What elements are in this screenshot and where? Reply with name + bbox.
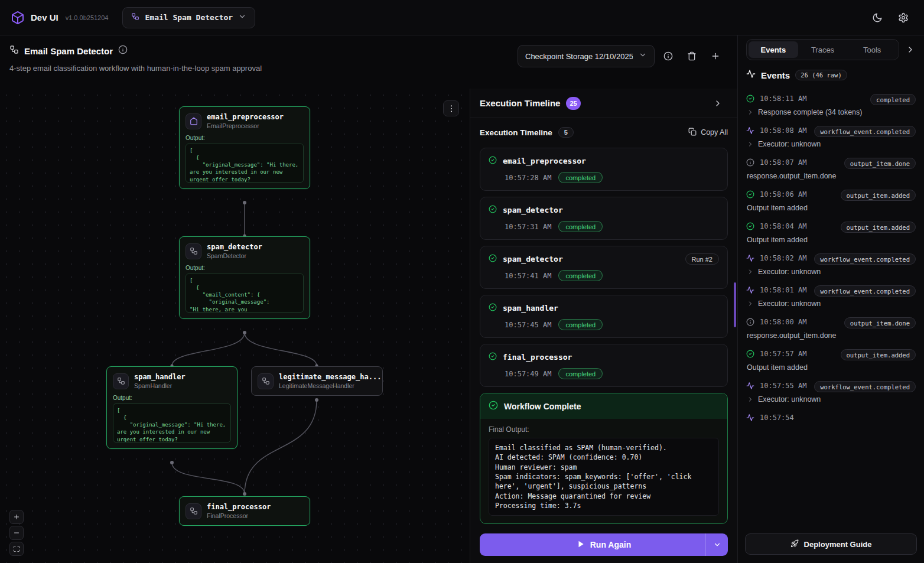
chevron-right-icon[interactable] xyxy=(747,300,754,307)
workflow-icon xyxy=(131,12,139,23)
chevron-right-icon[interactable] xyxy=(747,396,754,403)
event-item[interactable]: 10:58:11 AM completed Response complete … xyxy=(746,90,916,122)
checkpoint-info-button[interactable] xyxy=(658,46,678,66)
event-item[interactable]: 10:58:06 AM output_item.added Output ite… xyxy=(746,186,916,217)
fit-view-button[interactable] xyxy=(9,542,24,556)
event-detail: Output item added xyxy=(747,236,808,244)
run-options-toggle[interactable] xyxy=(705,533,728,556)
timeline-item-name: spam_detector xyxy=(503,206,563,214)
timeline-total-badge: 25 xyxy=(566,97,580,110)
tab-events[interactable]: Events xyxy=(749,41,798,58)
info-icon[interactable] xyxy=(118,45,128,57)
tab-tools[interactable]: Tools xyxy=(847,41,897,58)
node-spam-handler[interactable]: spam_handler SpamHandler Output: [ { "or… xyxy=(106,366,237,449)
timeline-item-time: 10:57:28 AM xyxy=(505,174,551,182)
status-badge: completed xyxy=(558,270,603,281)
run-number-badge: Run #2 xyxy=(685,253,719,265)
event-item[interactable]: 10:58:07 AM output_item.done response.ou… xyxy=(746,154,916,186)
event-time: 10:57:57 AM xyxy=(760,349,806,359)
timeline-item[interactable]: spam_detector 10:57:31 AM completed xyxy=(480,197,728,240)
events-panel: Events Traces Tools Events 26 (46 raw) xyxy=(737,35,924,563)
info-circle-icon xyxy=(746,158,755,169)
zoom-in-button[interactable] xyxy=(9,510,24,524)
node-title: legitimate_message_ha... xyxy=(279,373,381,381)
node-title: spam_detector xyxy=(207,243,262,251)
delete-checkpoint-button[interactable] xyxy=(682,46,702,66)
timeline-item-time: 10:57:49 AM xyxy=(505,370,551,378)
chevron-down-icon xyxy=(238,12,246,23)
event-detail: Executor: unknown xyxy=(758,300,821,308)
event-time: 10:58:01 AM xyxy=(760,285,806,295)
tab-traces[interactable]: Traces xyxy=(798,41,848,58)
timeline-item[interactable]: spam_handler 10:57:45 AM completed xyxy=(480,295,728,338)
event-type-badge: workflow_event.completed xyxy=(814,381,916,392)
collapse-panel-button[interactable] xyxy=(903,40,918,60)
gear-icon xyxy=(898,12,909,23)
event-item[interactable]: 10:58:00 AM output_item.done response.ou… xyxy=(746,313,916,345)
copy-all-button[interactable]: Copy All xyxy=(688,128,728,138)
event-time: 10:58:06 AM xyxy=(760,190,806,199)
chevron-right-icon[interactable] xyxy=(747,141,754,148)
node-final-processor[interactable]: final_processor FinalProcessor xyxy=(179,496,310,526)
run-again-button[interactable]: Run Again xyxy=(480,533,728,556)
page-title: Email Spam Detector xyxy=(24,46,113,56)
event-detail: Response complete (34 tokens) xyxy=(758,108,862,116)
event-time: 10:58:11 AM xyxy=(760,94,806,103)
event-time: 10:58:02 AM xyxy=(760,253,806,263)
node-email-preprocessor[interactable]: email_preprocessor EmailPreprocessor Out… xyxy=(179,106,310,189)
node-spam-detector[interactable]: spam_detector SpamDetector Output: [ { "… xyxy=(179,236,310,319)
event-time: 10:58:00 AM xyxy=(760,317,806,327)
check-circle-icon xyxy=(489,205,497,216)
new-checkpoint-button[interactable] xyxy=(705,46,725,66)
final-output-label: Final Output: xyxy=(489,425,719,434)
event-item[interactable]: 10:58:02 AM workflow_event.completed Exe… xyxy=(746,249,916,281)
chevron-right-icon[interactable] xyxy=(747,268,754,275)
workflow-icon xyxy=(186,503,201,519)
node-title: email_preprocessor xyxy=(207,113,284,121)
event-item[interactable]: 10:58:08 AM workflow_event.completed Exe… xyxy=(746,122,916,154)
event-item[interactable]: 10:57:55 AM workflow_event.completed Exe… xyxy=(746,377,916,409)
check-circle-icon xyxy=(746,190,755,201)
event-detail: Output item added xyxy=(747,363,808,372)
canvas-menu-button[interactable] xyxy=(443,100,459,116)
timeline-item-name: email_preprocessor xyxy=(503,157,586,165)
theme-toggle-button[interactable] xyxy=(867,8,887,28)
node-subtitle: SpamDetector xyxy=(207,252,262,259)
collapse-timeline-button[interactable] xyxy=(708,93,728,113)
trash-icon xyxy=(687,51,697,61)
activity-icon xyxy=(746,69,756,81)
scrollbar-thumb[interactable] xyxy=(734,282,736,327)
event-detail: Executor: unknown xyxy=(758,140,821,148)
workflow-canvas[interactable]: email_preprocessor EmailPreprocessor Out… xyxy=(0,89,470,563)
deployment-guide-button[interactable]: Deployment Guide xyxy=(745,533,917,555)
app-name: Dev UI xyxy=(31,12,58,22)
node-output-label: Output: xyxy=(186,135,304,141)
info-circle-icon xyxy=(746,318,755,328)
timeline-item[interactable]: spam_detector 10:57:41 AM completed Run … xyxy=(480,246,728,289)
workflow-icon xyxy=(186,243,201,259)
zoom-out-button[interactable] xyxy=(9,526,24,540)
deployment-guide-label: Deployment Guide xyxy=(804,540,872,549)
page-header: Email Spam Detector 4-step email classif… xyxy=(0,35,737,89)
node-output: [ { "original_message": "Hi there, are y… xyxy=(113,403,231,442)
checkpoint-selector[interactable]: Checkpoint Storage 12/10/2025, 10:5 xyxy=(518,45,655,67)
chevron-right-icon[interactable] xyxy=(747,109,754,116)
event-item[interactable]: 10:58:01 AM workflow_event.completed Exe… xyxy=(746,281,916,313)
event-type-badge: workflow_event.completed xyxy=(814,126,916,137)
events-count-badge: 26 (46 raw) xyxy=(795,70,847,80)
workflow-selector[interactable]: Email Spam Detector xyxy=(122,7,255,28)
event-item[interactable]: 10:58:04 AM output_item.added Output ite… xyxy=(746,217,916,249)
check-circle-icon xyxy=(746,222,755,233)
timeline-item[interactable]: final_processor 10:57:49 AM completed xyxy=(480,344,728,387)
plus-icon xyxy=(13,513,20,520)
event-item[interactable]: 10:57:57 AM output_item.added Output ite… xyxy=(746,345,916,377)
workflow-complete-title: Workflow Complete xyxy=(504,402,581,411)
timeline-item[interactable]: email_preprocessor 10:57:28 AM completed xyxy=(480,148,728,191)
workflow-icon xyxy=(113,373,129,389)
event-item[interactable]: 10:57:54 xyxy=(746,409,916,429)
run-again-label: Run Again xyxy=(590,540,631,549)
node-legitimate-message-handler[interactable]: legitimate_message_ha... LegitimateMessa… xyxy=(251,366,383,396)
timeline-item-name: spam_detector xyxy=(503,255,563,263)
settings-button[interactable] xyxy=(893,8,913,28)
event-type-badge: workflow_event.completed xyxy=(814,253,916,265)
